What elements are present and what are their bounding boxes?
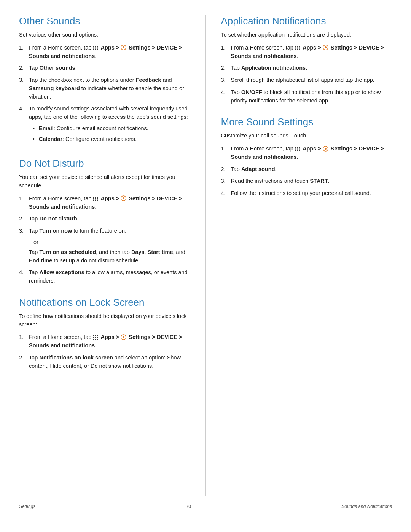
svg-rect-18 [95, 200, 96, 201]
list-item: 3. Scroll through the alphabetical list … [221, 76, 392, 85]
do-not-disturb-intro: You can set your device to silence all a… [19, 173, 190, 190]
more-sound-settings-list: 1. From a Home screen, tap [221, 145, 392, 198]
bold-text: Apps > [303, 45, 321, 51]
bold-text: Calendar [39, 136, 62, 142]
list-content: Tap Adapt sound. [231, 165, 392, 174]
svg-rect-15 [95, 198, 96, 199]
more-sound-settings-intro: Customize your call sounds. Touch [221, 132, 392, 140]
list-item: 2. Tap Notifications on lock screen and … [19, 354, 190, 371]
svg-rect-38 [299, 47, 300, 48]
svg-rect-36 [295, 47, 296, 48]
svg-rect-12 [95, 197, 96, 198]
list-item: 1. From a Home screen, tap [19, 195, 190, 211]
list-item: 4. To modify sound settings associated w… [19, 105, 190, 146]
svg-rect-52 [299, 150, 300, 151]
list-number: 1. [19, 195, 26, 211]
scheduled-para: Tap Turn on as scheduled, and then tap D… [29, 248, 190, 265]
bold-text: Feedback [136, 77, 161, 83]
list-content: Tap ON/OFF to block all notifications fr… [231, 88, 392, 105]
svg-rect-17 [93, 200, 94, 201]
svg-rect-11 [93, 197, 94, 198]
bold-text: Samsung keyboard [29, 85, 80, 91]
bullet-list: • Email: Configure email account notific… [33, 125, 190, 144]
bold-text: Apps > [100, 334, 119, 340]
svg-rect-4 [95, 47, 96, 48]
notifications-lock-screen-section: Notifications on Lock Screen To define h… [19, 297, 190, 371]
list-content: Tap Application notifications. [231, 64, 392, 72]
list-item: 3. Read the instructions and touch START… [221, 177, 392, 185]
list-item: 2. Tap Other sounds. [19, 64, 190, 72]
svg-rect-3 [93, 47, 94, 48]
svg-rect-22 [93, 335, 94, 336]
svg-rect-33 [295, 46, 296, 47]
bold-text: Apps > [100, 45, 119, 51]
footer-page-number: 70 [186, 504, 191, 509]
other-sounds-intro: Set various other sound options. [19, 31, 190, 39]
page-footer: Settings 70 Sounds and Notifications [19, 496, 392, 509]
svg-rect-44 [295, 147, 296, 148]
or-text: – or – [29, 239, 190, 245]
list-content: Tap Turn on now to turn the feature on. [29, 227, 190, 235]
list-item: 4. Tap ON/OFF to block all notifications… [221, 88, 392, 105]
list-content: From a Home screen, tap [29, 333, 190, 350]
svg-rect-27 [97, 337, 98, 338]
settings-icon [121, 195, 126, 201]
list-item: 2. Tap Adapt sound. [221, 165, 392, 174]
apps-icon [93, 45, 98, 50]
do-not-disturb-title: Do Not Disturb [19, 158, 190, 169]
bold-text: Other sounds [39, 65, 75, 71]
svg-rect-1 [95, 46, 96, 47]
svg-rect-28 [93, 339, 94, 340]
svg-rect-7 [95, 49, 96, 50]
svg-rect-16 [97, 198, 98, 199]
list-content: From a Home screen, tap [29, 44, 190, 61]
bold-text: Days [131, 249, 145, 255]
list-item: 1. From a Home screen, tap [19, 333, 190, 350]
list-content: To modify sound settings associated with… [29, 105, 190, 146]
bold-text: Adapt sound [241, 166, 275, 172]
svg-rect-25 [93, 337, 94, 338]
svg-rect-24 [97, 335, 98, 336]
list-number: 4. [221, 88, 228, 105]
svg-rect-45 [297, 147, 298, 148]
list-number: 1. [19, 44, 26, 61]
list-item: 4. Tap Allow exceptions to allow alarms,… [19, 268, 190, 285]
other-sounds-section: Other Sounds Set various other sound opt… [19, 15, 190, 146]
list-content: From a Home screen, tap [231, 44, 392, 61]
more-sound-settings-section: More Sound Settings Customize your call … [221, 116, 392, 198]
bullet-dot: • [33, 125, 36, 133]
svg-rect-50 [295, 150, 296, 151]
svg-rect-19 [97, 200, 98, 201]
settings-icon [121, 334, 126, 340]
list-number: 3. [19, 76, 26, 101]
svg-rect-47 [295, 149, 296, 150]
svg-rect-14 [93, 198, 94, 199]
other-sounds-list: 1. From a Home screen, tap [19, 44, 190, 147]
step4-list: 4. Tap Allow exceptions to allow alarms,… [19, 268, 190, 285]
list-number: 2. [19, 354, 26, 371]
list-number: 1. [19, 333, 26, 350]
list-number: 2. [19, 215, 26, 223]
apps-icon [93, 334, 98, 340]
svg-rect-0 [93, 46, 94, 47]
list-item: 3. Tap the checkbox next to the options … [19, 76, 190, 101]
settings-icon [323, 45, 328, 50]
svg-rect-2 [97, 46, 98, 47]
application-notifications-intro: To set whether application notifications… [221, 31, 392, 39]
right-column: Application Notifications To set whether… [206, 15, 392, 496]
list-item: 1. From a Home screen, tap [221, 145, 392, 161]
do-not-disturb-section: Do Not Disturb You can set your device t… [19, 158, 190, 285]
list-number: 2. [221, 165, 228, 174]
list-number: 4. [19, 105, 26, 146]
list-content: Read the instructions and touch START. [231, 177, 392, 185]
bullet-content: Calendar: Configure event notifications. [39, 135, 137, 144]
do-not-disturb-list: 1. From a Home screen, tap [19, 195, 190, 235]
list-number: 2. [19, 64, 26, 72]
svg-rect-41 [299, 49, 300, 50]
svg-point-32 [123, 336, 124, 338]
bold-text: Application notifications. [241, 65, 307, 71]
svg-rect-51 [297, 150, 298, 151]
list-content: Follow the instructions to set up your p… [231, 189, 392, 198]
list-item: 3. Tap Turn on now to turn the feature o… [19, 227, 190, 235]
bold-text: End time [29, 257, 52, 264]
